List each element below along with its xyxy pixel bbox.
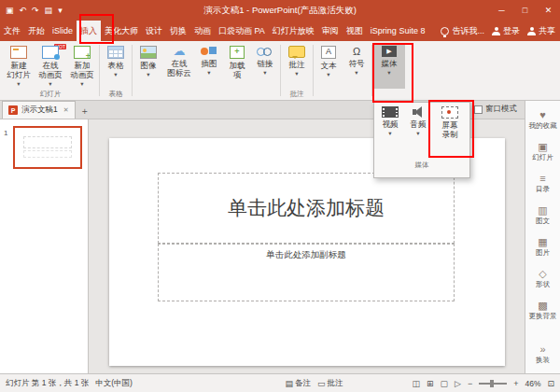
shapes-icon: ◇ (539, 269, 546, 279)
slide-sorter-view-icon[interactable]: ⊞ (427, 379, 434, 388)
tab-islide[interactable]: iSlide (49, 21, 77, 41)
tab-home[interactable]: 开始 (24, 21, 49, 41)
tell-me-box[interactable]: 告诉我... (441, 25, 484, 37)
normal-view-icon[interactable]: ◫ (412, 379, 420, 388)
group-label-comments: 批注 (281, 90, 313, 99)
addins-button[interactable]: 加载 项 (223, 44, 251, 89)
label: 图标云 (167, 68, 191, 77)
zoom-in-icon[interactable]: + (513, 379, 518, 388)
close-button[interactable]: ✕ (537, 0, 560, 21)
document-tab[interactable]: 演示文稿1 ✕ (2, 101, 76, 119)
new-tab-button[interactable]: ＋ (77, 104, 92, 119)
reading-view-icon[interactable]: ▢ (440, 379, 448, 388)
tab-animations[interactable]: 动画 (190, 21, 215, 41)
add-page-icon (74, 46, 91, 59)
notes-toggle[interactable]: ▤ 备注 (285, 378, 311, 389)
images-button[interactable]: 图像 ▾ (133, 44, 163, 89)
maximize-button[interactable]: □ (513, 0, 537, 21)
document-tab-label: 演示文稿1 (21, 105, 58, 116)
fit-to-window-icon[interactable]: ⊡ (547, 379, 554, 388)
label: 幻灯片 (7, 70, 31, 79)
add-animation-page-button[interactable]: 新加 动画页 ▾ (66, 44, 98, 89)
tab-file[interactable]: 文件 (0, 21, 24, 41)
tab-slideshow[interactable]: 幻灯片放映 (269, 21, 318, 41)
subtitle-placeholder[interactable]: 单击此处添加副标题 (158, 244, 455, 301)
tab-pocket-animation[interactable]: 口袋动画 PA (215, 21, 269, 41)
illustrations-button[interactable]: 插图 ▾ (195, 44, 223, 89)
zoom-out-icon[interactable]: − (468, 379, 472, 388)
label: 视频 (383, 119, 399, 129)
tab-review[interactable]: 审阅 (318, 21, 343, 41)
sidebar-item-text-image[interactable]: ▥ 图文 (525, 200, 560, 231)
sign-in-button[interactable]: 登录 (492, 25, 520, 37)
label: 图像 (141, 61, 157, 70)
annotation-box-insert-tab (79, 14, 114, 44)
status-bar: 幻灯片 第 1 张，共 1 张 中文(中国) ▤ 备注 ▭ 批注 ◫ ⊞ ▢ ▷… (0, 373, 560, 392)
tab-view[interactable]: 视图 (343, 21, 367, 41)
links-button[interactable]: 链接 ▾ (251, 44, 279, 89)
dropdown-arrow-icon: ▾ (416, 129, 419, 137)
illustrations-icon (201, 46, 217, 57)
new-slide-button[interactable]: 新建 幻灯片 ▾ (3, 44, 35, 89)
symbols-button[interactable]: 符号 ▾ (343, 44, 371, 89)
dropdown-arrow-icon: ▾ (147, 70, 149, 78)
start-slideshow-icon[interactable]: ▤ (45, 0, 53, 21)
checkbox-icon (474, 105, 483, 114)
video-icon (382, 106, 399, 118)
table-button[interactable]: 表格 ▾ (101, 44, 131, 89)
label: 新加 (75, 61, 91, 70)
dropdown-arrow-icon: ▾ (388, 129, 391, 137)
zoom-slider-thumb[interactable] (490, 380, 494, 387)
powerpoint-file-icon (8, 105, 18, 115)
online-icon-cloud-button[interactable]: 在线 图标云 (163, 44, 195, 89)
language-status[interactable]: 中文(中国) (95, 378, 133, 389)
notes-label: 备注 (295, 378, 311, 389)
annotation-box-screen-recording (428, 100, 474, 158)
sidebar-item-pictures[interactable]: ▦ 图片 (525, 231, 560, 263)
text-box-button[interactable]: 文本 ▾ (315, 44, 343, 89)
group-images-links: 图像 ▾ 在线 图标云 插图 ▾ 加载 项 链接 ▾ (133, 41, 280, 100)
title-placeholder[interactable]: 单击此处添加标题 (158, 173, 455, 244)
window-mode-option[interactable]: 窗口模式 (474, 104, 517, 115)
slideshow-view-icon[interactable]: ▷ (455, 379, 461, 388)
zoom-slider[interactable] (479, 383, 507, 385)
qat-customize-icon[interactable]: ▾ (58, 0, 63, 21)
comments-toggle[interactable]: ▭ 批注 (317, 378, 343, 389)
group-label-table: 表格 (100, 90, 132, 99)
save-icon[interactable]: ▣ (6, 0, 14, 21)
label: 音频 (411, 119, 427, 129)
zoom-level[interactable]: 46% (525, 379, 540, 388)
group-comments: 批注 ▾ 批注 (281, 41, 313, 100)
tab-transitions[interactable]: 切换 (166, 21, 190, 41)
sidebar-item-favorites[interactable]: ♥ 我的收藏 (525, 105, 560, 136)
sidebar-item-shapes[interactable]: ◇ 形状 (525, 263, 560, 295)
minimize-button[interactable]: ─ (490, 0, 513, 21)
sidebar-item-catalog[interactable]: ≡ 目录 (525, 168, 560, 200)
sidebar-item-change-background[interactable]: ▩ 更换背景 (525, 295, 560, 327)
tell-me-label: 告诉我... (452, 25, 484, 37)
insert-video-button[interactable]: 视频 ▾ (376, 105, 404, 159)
label: 动画页 (70, 70, 94, 79)
sidebar-label: 形状 (536, 280, 550, 289)
catalog-icon: ≡ (539, 174, 545, 184)
sidebar-label: 目录 (536, 185, 550, 194)
undo-icon[interactable]: ↶ (20, 0, 27, 21)
dropdown-arrow-icon: ▾ (17, 79, 20, 88)
tab-ispring[interactable]: iSpring Suite 8 (367, 21, 429, 41)
group-slides: 新建 幻灯片 ▾ HOT 在线 动画页 ▾ 新加 动画页 ▾ 幻灯片 (2, 41, 99, 100)
online-animation-page-button[interactable]: HOT 在线 动画页 ▾ (35, 44, 66, 89)
sidebar-item-slides[interactable]: ▣ 幻灯片 (525, 136, 560, 168)
tab-design[interactable]: 设计 (142, 21, 166, 41)
slide-thumbnail[interactable] (13, 126, 82, 169)
sidebar-label: 图片 (536, 248, 550, 258)
comment-button[interactable]: 批注 ▾ (282, 44, 312, 89)
share-button[interactable]: 共享 (527, 25, 555, 37)
label: 加载 (230, 61, 245, 70)
notes-icon: ▤ (285, 379, 293, 388)
close-tab-icon[interactable]: ✕ (62, 106, 69, 114)
redo-icon[interactable]: ↷ (32, 0, 39, 21)
beautify-sidebar: ♥ 我的收藏 ▣ 幻灯片 ≡ 目录 ▥ 图文 ▦ 图片 ◇ 形状 ▩ 更换背景 … (525, 101, 560, 373)
sidebar-label: 图文 (536, 217, 550, 226)
sidebar-item-change-outfit[interactable]: » 换装 (525, 339, 560, 371)
group-text-symbols: 文本 ▾ 符号 ▾ (314, 41, 371, 100)
